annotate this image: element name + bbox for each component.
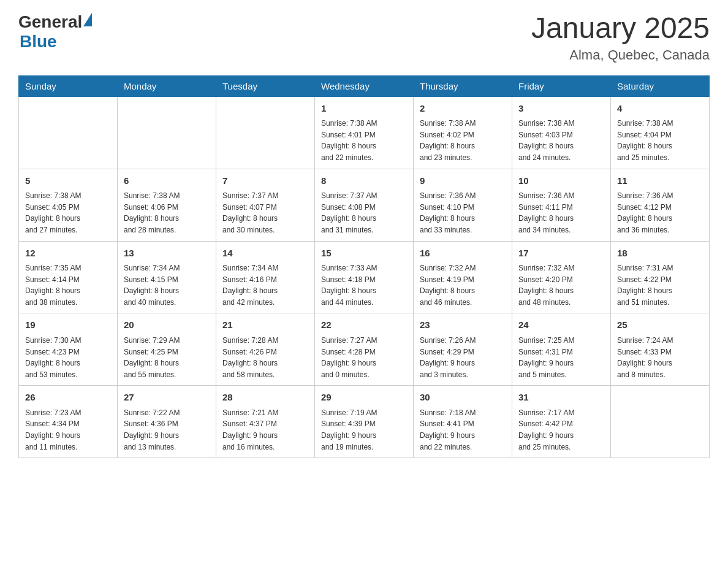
day-info: Sunrise: 7:34 AM Sunset: 4:15 PM Dayligh… — [124, 262, 210, 308]
day-info: Sunrise: 7:25 AM Sunset: 4:31 PM Dayligh… — [518, 335, 604, 380]
page-header: General Blue January 2025 Alma, Quebec, … — [18, 12, 710, 63]
day-number: 3 — [518, 102, 604, 116]
day-number: 26 — [25, 391, 111, 405]
day-number: 1 — [321, 102, 407, 116]
day-cell: 27Sunrise: 7:22 AM Sunset: 4:36 PM Dayli… — [118, 386, 216, 458]
day-number: 16 — [420, 247, 506, 261]
day-info: Sunrise: 7:38 AM Sunset: 4:04 PM Dayligh… — [617, 118, 703, 163]
column-header-wednesday: Wednesday — [315, 75, 414, 96]
day-info: Sunrise: 7:24 AM Sunset: 4:33 PM Dayligh… — [617, 335, 703, 380]
day-cell: 23Sunrise: 7:26 AM Sunset: 4:29 PM Dayli… — [414, 313, 512, 386]
day-info: Sunrise: 7:19 AM Sunset: 4:39 PM Dayligh… — [321, 407, 407, 453]
day-cell — [19, 96, 118, 169]
day-cell: 1Sunrise: 7:38 AM Sunset: 4:01 PM Daylig… — [315, 96, 414, 169]
column-header-monday: Monday — [118, 75, 216, 96]
day-cell: 6Sunrise: 7:38 AM Sunset: 4:06 PM Daylig… — [118, 169, 216, 241]
day-number: 4 — [617, 102, 703, 116]
day-cell: 15Sunrise: 7:33 AM Sunset: 4:18 PM Dayli… — [315, 241, 414, 313]
day-cell: 18Sunrise: 7:31 AM Sunset: 4:22 PM Dayli… — [611, 241, 710, 313]
week-row-4: 19Sunrise: 7:30 AM Sunset: 4:23 PM Dayli… — [19, 313, 710, 386]
day-cell: 2Sunrise: 7:38 AM Sunset: 4:02 PM Daylig… — [414, 96, 512, 169]
header-row: SundayMondayTuesdayWednesdayThursdayFrid… — [19, 75, 710, 96]
column-header-saturday: Saturday — [611, 75, 710, 96]
day-number: 6 — [124, 174, 210, 188]
week-row-1: 1Sunrise: 7:38 AM Sunset: 4:01 PM Daylig… — [19, 96, 710, 169]
day-number: 18 — [617, 247, 703, 261]
day-cell: 11Sunrise: 7:36 AM Sunset: 4:12 PM Dayli… — [611, 169, 710, 241]
day-cell: 12Sunrise: 7:35 AM Sunset: 4:14 PM Dayli… — [19, 241, 118, 313]
day-cell: 17Sunrise: 7:32 AM Sunset: 4:20 PM Dayli… — [512, 241, 611, 313]
day-number: 15 — [321, 247, 407, 261]
day-cell: 25Sunrise: 7:24 AM Sunset: 4:33 PM Dayli… — [611, 313, 710, 386]
day-cell: 4Sunrise: 7:38 AM Sunset: 4:04 PM Daylig… — [611, 96, 710, 169]
day-cell — [118, 96, 216, 169]
day-info: Sunrise: 7:18 AM Sunset: 4:41 PM Dayligh… — [420, 407, 506, 453]
day-info: Sunrise: 7:28 AM Sunset: 4:26 PM Dayligh… — [222, 335, 308, 380]
day-number: 25 — [617, 318, 703, 332]
day-cell: 16Sunrise: 7:32 AM Sunset: 4:19 PM Dayli… — [414, 241, 512, 313]
day-info: Sunrise: 7:33 AM Sunset: 4:18 PM Dayligh… — [321, 262, 407, 308]
day-info: Sunrise: 7:21 AM Sunset: 4:37 PM Dayligh… — [222, 407, 308, 453]
day-number: 22 — [321, 318, 407, 332]
logo-blue-text: Blue — [20, 32, 57, 51]
day-info: Sunrise: 7:36 AM Sunset: 4:10 PM Dayligh… — [420, 190, 506, 236]
day-cell: 29Sunrise: 7:19 AM Sunset: 4:39 PM Dayli… — [315, 386, 414, 458]
day-cell: 5Sunrise: 7:38 AM Sunset: 4:05 PM Daylig… — [19, 169, 118, 241]
day-info: Sunrise: 7:32 AM Sunset: 4:20 PM Dayligh… — [518, 262, 604, 308]
logo: General Blue — [18, 12, 92, 52]
day-number: 14 — [222, 247, 308, 261]
day-info: Sunrise: 7:30 AM Sunset: 4:23 PM Dayligh… — [25, 335, 111, 380]
day-info: Sunrise: 7:31 AM Sunset: 4:22 PM Dayligh… — [617, 262, 703, 308]
day-info: Sunrise: 7:36 AM Sunset: 4:11 PM Dayligh… — [518, 190, 604, 236]
calendar-subtitle: Alma, Quebec, Canada — [531, 47, 710, 63]
day-info: Sunrise: 7:38 AM Sunset: 4:02 PM Dayligh… — [420, 118, 506, 163]
day-info: Sunrise: 7:29 AM Sunset: 4:25 PM Dayligh… — [124, 335, 210, 380]
day-cell: 7Sunrise: 7:37 AM Sunset: 4:07 PM Daylig… — [216, 169, 315, 241]
day-number: 28 — [222, 391, 308, 405]
day-info: Sunrise: 7:38 AM Sunset: 4:01 PM Dayligh… — [321, 118, 407, 163]
day-info: Sunrise: 7:17 AM Sunset: 4:42 PM Dayligh… — [518, 407, 604, 453]
day-number: 5 — [25, 174, 111, 188]
day-number: 8 — [321, 174, 407, 188]
day-cell: 22Sunrise: 7:27 AM Sunset: 4:28 PM Dayli… — [315, 313, 414, 386]
day-info: Sunrise: 7:38 AM Sunset: 4:06 PM Dayligh… — [124, 190, 210, 236]
day-cell: 13Sunrise: 7:34 AM Sunset: 4:15 PM Dayli… — [118, 241, 216, 313]
day-info: Sunrise: 7:37 AM Sunset: 4:08 PM Dayligh… — [321, 190, 407, 236]
day-cell: 10Sunrise: 7:36 AM Sunset: 4:11 PM Dayli… — [512, 169, 611, 241]
day-info: Sunrise: 7:38 AM Sunset: 4:03 PM Dayligh… — [518, 118, 604, 163]
calendar-title: January 2025 — [531, 12, 710, 45]
day-number: 31 — [518, 391, 604, 405]
day-cell: 31Sunrise: 7:17 AM Sunset: 4:42 PM Dayli… — [512, 386, 611, 458]
day-number: 29 — [321, 391, 407, 405]
day-cell: 30Sunrise: 7:18 AM Sunset: 4:41 PM Dayli… — [414, 386, 512, 458]
day-number: 9 — [420, 174, 506, 188]
day-cell: 28Sunrise: 7:21 AM Sunset: 4:37 PM Dayli… — [216, 386, 315, 458]
day-number: 12 — [25, 247, 111, 261]
logo-general-text: General — [18, 12, 82, 32]
day-cell: 24Sunrise: 7:25 AM Sunset: 4:31 PM Dayli… — [512, 313, 611, 386]
day-info: Sunrise: 7:38 AM Sunset: 4:05 PM Dayligh… — [25, 190, 111, 236]
day-info: Sunrise: 7:22 AM Sunset: 4:36 PM Dayligh… — [124, 407, 210, 453]
day-info: Sunrise: 7:35 AM Sunset: 4:14 PM Dayligh… — [25, 262, 111, 308]
day-cell: 21Sunrise: 7:28 AM Sunset: 4:26 PM Dayli… — [216, 313, 315, 386]
day-cell: 26Sunrise: 7:23 AM Sunset: 4:34 PM Dayli… — [19, 386, 118, 458]
day-cell: 9Sunrise: 7:36 AM Sunset: 4:10 PM Daylig… — [414, 169, 512, 241]
week-row-5: 26Sunrise: 7:23 AM Sunset: 4:34 PM Dayli… — [19, 386, 710, 458]
day-number: 19 — [25, 318, 111, 332]
day-number: 7 — [222, 174, 308, 188]
day-number: 23 — [420, 318, 506, 332]
column-header-sunday: Sunday — [19, 75, 118, 96]
day-cell: 8Sunrise: 7:37 AM Sunset: 4:08 PM Daylig… — [315, 169, 414, 241]
day-info: Sunrise: 7:36 AM Sunset: 4:12 PM Dayligh… — [617, 190, 703, 236]
title-area: January 2025 Alma, Quebec, Canada — [531, 12, 710, 63]
day-number: 24 — [518, 318, 604, 332]
day-info: Sunrise: 7:23 AM Sunset: 4:34 PM Dayligh… — [25, 407, 111, 453]
day-number: 30 — [420, 391, 506, 405]
day-cell: 14Sunrise: 7:34 AM Sunset: 4:16 PM Dayli… — [216, 241, 315, 313]
week-row-3: 12Sunrise: 7:35 AM Sunset: 4:14 PM Dayli… — [19, 241, 710, 313]
day-info: Sunrise: 7:34 AM Sunset: 4:16 PM Dayligh… — [222, 262, 308, 308]
day-info: Sunrise: 7:27 AM Sunset: 4:28 PM Dayligh… — [321, 335, 407, 380]
day-cell: 20Sunrise: 7:29 AM Sunset: 4:25 PM Dayli… — [118, 313, 216, 386]
day-number: 11 — [617, 174, 703, 188]
day-cell — [216, 96, 315, 169]
